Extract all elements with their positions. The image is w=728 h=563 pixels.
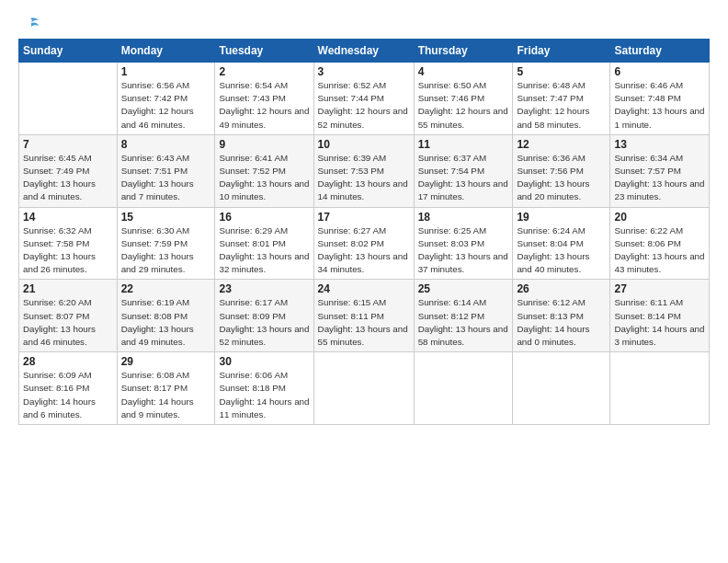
day-info: Sunrise: 6:14 AM Sunset: 8:12 PM Dayligh… — [418, 296, 509, 349]
week-row-3: 14Sunrise: 6:32 AM Sunset: 7:58 PM Dayli… — [19, 207, 710, 280]
day-info: Sunrise: 6:43 AM Sunset: 7:51 PM Dayligh… — [121, 152, 211, 204]
day-info: Sunrise: 6:08 AM Sunset: 8:17 PM Dayligh… — [121, 369, 211, 421]
day-number: 11 — [418, 138, 509, 151]
day-info: Sunrise: 6:22 AM Sunset: 8:06 PM Dayligh… — [614, 224, 705, 277]
calendar-cell: 21Sunrise: 6:20 AM Sunset: 8:07 PM Dayli… — [19, 280, 118, 352]
day-info: Sunrise: 6:41 AM Sunset: 7:52 PM Dayligh… — [219, 152, 309, 204]
day-number: 16 — [219, 211, 309, 224]
day-number: 6 — [614, 65, 705, 78]
day-number: 3 — [318, 65, 410, 78]
header — [18, 15, 710, 31]
day-number: 24 — [318, 282, 410, 295]
week-row-5: 28Sunrise: 6:09 AM Sunset: 8:16 PM Dayli… — [19, 352, 710, 425]
day-number: 5 — [517, 65, 606, 78]
day-info: Sunrise: 6:09 AM Sunset: 8:16 PM Dayligh… — [23, 369, 113, 421]
weekday-header-row: SundayMondayTuesdayWednesdayThursdayFrid… — [19, 40, 710, 63]
calendar-cell: 16Sunrise: 6:29 AM Sunset: 8:01 PM Dayli… — [215, 207, 313, 280]
calendar-cell: 30Sunrise: 6:06 AM Sunset: 8:18 PM Dayli… — [215, 352, 313, 425]
calendar-cell: 29Sunrise: 6:08 AM Sunset: 8:17 PM Dayli… — [117, 352, 215, 425]
day-info: Sunrise: 6:25 AM Sunset: 8:03 PM Dayligh… — [418, 224, 509, 277]
weekday-tuesday: Tuesday — [215, 40, 313, 63]
day-number: 28 — [23, 355, 113, 368]
calendar-cell: 28Sunrise: 6:09 AM Sunset: 8:16 PM Dayli… — [19, 352, 118, 425]
logo-bird-icon — [20, 15, 40, 35]
calendar-cell: 15Sunrise: 6:30 AM Sunset: 7:59 PM Dayli… — [117, 207, 215, 280]
calendar-cell: 17Sunrise: 6:27 AM Sunset: 8:02 PM Dayli… — [313, 207, 414, 280]
calendar-cell: 8Sunrise: 6:43 AM Sunset: 7:51 PM Daylig… — [117, 134, 215, 207]
calendar-cell: 23Sunrise: 6:17 AM Sunset: 8:09 PM Dayli… — [215, 280, 313, 352]
calendar-cell: 19Sunrise: 6:24 AM Sunset: 8:04 PM Dayli… — [513, 207, 610, 280]
weekday-saturday: Saturday — [610, 40, 710, 63]
day-info: Sunrise: 6:50 AM Sunset: 7:46 PM Dayligh… — [418, 79, 509, 132]
day-number: 30 — [219, 355, 309, 368]
weekday-sunday: Sunday — [19, 40, 118, 63]
day-number: 17 — [318, 211, 410, 224]
day-number: 14 — [23, 211, 113, 224]
week-row-2: 7Sunrise: 6:45 AM Sunset: 7:49 PM Daylig… — [19, 134, 710, 207]
day-info: Sunrise: 6:24 AM Sunset: 8:04 PM Dayligh… — [517, 224, 606, 277]
week-row-1: 1Sunrise: 6:56 AM Sunset: 7:42 PM Daylig… — [19, 63, 710, 135]
calendar-cell: 27Sunrise: 6:11 AM Sunset: 8:14 PM Dayli… — [610, 280, 710, 352]
day-number: 4 — [418, 65, 509, 78]
day-info: Sunrise: 6:34 AM Sunset: 7:57 PM Dayligh… — [614, 152, 705, 204]
calendar-cell: 24Sunrise: 6:15 AM Sunset: 8:11 PM Dayli… — [313, 280, 414, 352]
day-info: Sunrise: 6:37 AM Sunset: 7:54 PM Dayligh… — [418, 152, 509, 204]
day-number: 10 — [318, 138, 410, 151]
calendar-cell — [610, 352, 710, 425]
day-info: Sunrise: 6:52 AM Sunset: 7:44 PM Dayligh… — [318, 79, 410, 132]
calendar-cell: 20Sunrise: 6:22 AM Sunset: 8:06 PM Dayli… — [610, 207, 710, 280]
weekday-friday: Friday — [513, 40, 610, 63]
calendar-cell: 22Sunrise: 6:19 AM Sunset: 8:08 PM Dayli… — [117, 280, 215, 352]
day-info: Sunrise: 6:20 AM Sunset: 8:07 PM Dayligh… — [23, 296, 113, 349]
day-number: 13 — [614, 138, 705, 151]
calendar-cell: 26Sunrise: 6:12 AM Sunset: 8:13 PM Dayli… — [513, 280, 610, 352]
day-info: Sunrise: 6:32 AM Sunset: 7:58 PM Dayligh… — [23, 224, 113, 277]
calendar-cell — [513, 352, 610, 425]
calendar-cell — [19, 63, 118, 135]
day-info: Sunrise: 6:54 AM Sunset: 7:43 PM Dayligh… — [219, 79, 309, 132]
day-number: 23 — [219, 282, 309, 295]
day-number: 18 — [418, 211, 509, 224]
day-number: 27 — [614, 282, 705, 295]
calendar-cell: 13Sunrise: 6:34 AM Sunset: 7:57 PM Dayli… — [610, 134, 710, 207]
day-number: 26 — [517, 282, 606, 295]
calendar-cell: 6Sunrise: 6:46 AM Sunset: 7:48 PM Daylig… — [610, 63, 710, 135]
day-info: Sunrise: 6:36 AM Sunset: 7:56 PM Dayligh… — [517, 152, 606, 204]
calendar-cell: 3Sunrise: 6:52 AM Sunset: 7:44 PM Daylig… — [313, 63, 414, 135]
day-number: 1 — [121, 65, 211, 78]
day-number: 9 — [219, 138, 309, 151]
day-info: Sunrise: 6:48 AM Sunset: 7:47 PM Dayligh… — [517, 79, 606, 132]
day-info: Sunrise: 6:30 AM Sunset: 7:59 PM Dayligh… — [121, 224, 211, 277]
calendar-cell: 11Sunrise: 6:37 AM Sunset: 7:54 PM Dayli… — [414, 134, 513, 207]
day-info: Sunrise: 6:12 AM Sunset: 8:13 PM Dayligh… — [517, 296, 606, 349]
day-number: 29 — [121, 355, 211, 368]
day-info: Sunrise: 6:06 AM Sunset: 8:18 PM Dayligh… — [219, 369, 309, 421]
day-info: Sunrise: 6:19 AM Sunset: 8:08 PM Dayligh… — [121, 296, 211, 349]
logo — [18, 15, 40, 31]
weekday-monday: Monday — [117, 40, 215, 63]
day-number: 19 — [517, 211, 606, 224]
day-number: 15 — [121, 211, 211, 224]
calendar-cell: 14Sunrise: 6:32 AM Sunset: 7:58 PM Dayli… — [19, 207, 118, 280]
calendar-cell: 18Sunrise: 6:25 AM Sunset: 8:03 PM Dayli… — [414, 207, 513, 280]
calendar-cell — [414, 352, 513, 425]
weekday-thursday: Thursday — [414, 40, 513, 63]
calendar-cell: 2Sunrise: 6:54 AM Sunset: 7:43 PM Daylig… — [215, 63, 313, 135]
weekday-wednesday: Wednesday — [313, 40, 414, 63]
calendar-cell: 9Sunrise: 6:41 AM Sunset: 7:52 PM Daylig… — [215, 134, 313, 207]
day-number: 7 — [23, 138, 113, 151]
calendar-cell: 12Sunrise: 6:36 AM Sunset: 7:56 PM Dayli… — [513, 134, 610, 207]
day-number: 22 — [121, 282, 211, 295]
day-info: Sunrise: 6:15 AM Sunset: 8:11 PM Dayligh… — [318, 296, 410, 349]
day-info: Sunrise: 6:17 AM Sunset: 8:09 PM Dayligh… — [219, 296, 309, 349]
day-info: Sunrise: 6:27 AM Sunset: 8:02 PM Dayligh… — [318, 224, 410, 277]
day-info: Sunrise: 6:56 AM Sunset: 7:42 PM Dayligh… — [121, 79, 211, 132]
calendar-cell: 25Sunrise: 6:14 AM Sunset: 8:12 PM Dayli… — [414, 280, 513, 352]
calendar-cell: 1Sunrise: 6:56 AM Sunset: 7:42 PM Daylig… — [117, 63, 215, 135]
calendar-cell: 10Sunrise: 6:39 AM Sunset: 7:53 PM Dayli… — [313, 134, 414, 207]
calendar-table: SundayMondayTuesdayWednesdayThursdayFrid… — [18, 39, 710, 425]
day-info: Sunrise: 6:29 AM Sunset: 8:01 PM Dayligh… — [219, 224, 309, 277]
calendar-cell: 4Sunrise: 6:50 AM Sunset: 7:46 PM Daylig… — [414, 63, 513, 135]
calendar-cell — [313, 352, 414, 425]
day-info: Sunrise: 6:46 AM Sunset: 7:48 PM Dayligh… — [614, 79, 705, 132]
